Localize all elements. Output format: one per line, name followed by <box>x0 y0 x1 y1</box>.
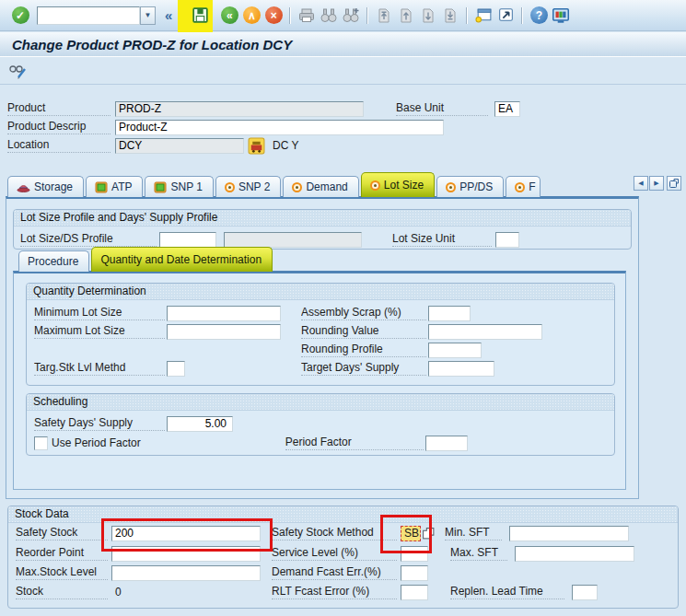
mini-monitor-icon <box>154 181 167 193</box>
back-button[interactable]: « <box>218 5 240 27</box>
create-shortcut-button[interactable] <box>494 5 517 27</box>
radio-dot-icon <box>292 182 302 192</box>
quantity-determination-group: Quantity Determination Minimum Lot Size … <box>26 283 615 386</box>
rounding-profile-row: Rounding Profile <box>34 342 482 358</box>
find-icon <box>320 6 338 25</box>
product-descrip-field[interactable] <box>115 120 444 135</box>
group-title: Lot Size Profile and Days' Supply Profil… <box>14 210 631 227</box>
lot-size-unit-field[interactable] <box>495 232 519 248</box>
targ-stk-lvl-methd-field[interactable] <box>167 361 185 377</box>
minimum-lot-size-label: Minimum Lot Size <box>34 306 165 320</box>
sap-window: ✓ ▼ « « ∧ × <box>0 0 686 616</box>
cancel-icon: × <box>265 6 283 24</box>
tab-demand[interactable]: Demand <box>283 176 358 197</box>
stock-label: Stock <box>16 585 108 599</box>
save-button[interactable] <box>189 5 211 27</box>
product-descrip-row: Product Descrip <box>7 119 444 135</box>
tab-procedure[interactable]: Procedure <box>18 250 89 272</box>
first-page-button[interactable] <box>373 5 395 27</box>
maximum-lot-size-label: Maximum Lot Size <box>34 324 165 339</box>
last-page-button[interactable] <box>439 5 461 27</box>
scheduling-group: Scheduling Safety Days' Supply Use Perio… <box>26 393 615 456</box>
use-period-factor-label: Use Period Factor <box>52 436 141 449</box>
minimum-lot-size-field[interactable] <box>167 306 281 321</box>
replen-lead-time-field[interactable] <box>572 585 598 600</box>
rounding-profile-field[interactable] <box>428 343 482 358</box>
create-shortcut-icon <box>496 6 516 25</box>
tab-scroll-left-button[interactable]: ◀ <box>634 176 648 191</box>
period-factor-field[interactable] <box>425 436 468 451</box>
min-sft-field[interactable] <box>509 526 629 541</box>
storage-icon <box>17 181 30 193</box>
tab-overview-button[interactable] <box>667 176 681 191</box>
rounding-value-field[interactable] <box>428 324 542 340</box>
maximum-lot-size-field[interactable] <box>167 324 281 340</box>
find-next-icon <box>342 6 360 25</box>
tab-lot-size[interactable]: Lot Size <box>361 172 435 197</box>
location-description: DC Y <box>273 139 298 152</box>
lot-size-ds-profile-field[interactable] <box>159 232 216 248</box>
max-stock-level-field[interactable] <box>111 565 261 581</box>
previous-page-button[interactable] <box>395 5 417 27</box>
safety-days-supply-field[interactable] <box>167 416 233 432</box>
print-button[interactable] <box>296 5 318 27</box>
min-sft-label: Min. SFT <box>445 526 502 540</box>
tab-snp1[interactable]: SNP 1 <box>145 176 213 197</box>
tab-ppds[interactable]: PP/DS <box>436 176 504 197</box>
tab-scroll-right-button[interactable]: ▶ <box>649 176 664 191</box>
annotation-red-box-safety-stock-method <box>380 515 432 553</box>
tab-storage[interactable]: Storage <box>7 176 84 197</box>
use-period-factor-checkbox[interactable] <box>34 436 48 450</box>
title-bar: Change Product PROD-Z for Location DCY <box>0 32 686 57</box>
lot-size-ds-profile-desc-field <box>224 232 362 248</box>
rounding-profile-label: Rounding Profile <box>301 343 426 357</box>
help-button[interactable]: ? <box>528 5 550 27</box>
safety-stock-label: Safety Stock <box>16 526 108 540</box>
back-icon: « <box>221 6 238 24</box>
product-field <box>115 101 364 117</box>
new-session-icon <box>474 6 494 25</box>
new-session-button[interactable] <box>472 5 494 27</box>
replen-lead-time-label: Replen. Lead Time <box>450 585 564 599</box>
demand-fcast-err-label: Demand Fcast Err.(%) <box>272 565 397 580</box>
enter-button[interactable]: ✓ <box>9 5 31 27</box>
find-button[interactable] <box>318 5 340 27</box>
tab-quantity-date-determination[interactable]: Quantity and Date Determination <box>91 247 273 272</box>
max-sft-field[interactable] <box>515 546 634 562</box>
first-page-icon <box>375 6 393 25</box>
lot-size-ds-profile-label: Lot Size/DS Profile <box>20 232 157 247</box>
location-icon[interactable] <box>248 137 265 155</box>
max-sft-label: Max. SFT <box>450 546 507 561</box>
exit-button[interactable]: ∧ <box>240 5 262 27</box>
rounding-value-label: Rounding Value <box>301 324 426 339</box>
radio-dot-icon <box>225 182 235 192</box>
tab-snp2[interactable]: SNP 2 <box>215 176 281 197</box>
reorder-point-label: Reorder Point <box>16 546 108 561</box>
divider <box>366 7 368 24</box>
maximum-lot-size-row: Maximum Lot Size Rounding Value <box>34 323 542 340</box>
minimum-lot-size-row: Minimum Lot Size Assembly Scrap (%) <box>34 305 471 321</box>
cancel-button[interactable]: × <box>262 5 285 27</box>
assembly-scrap-field[interactable] <box>428 306 471 321</box>
assembly-scrap-label: Assembly Scrap (%) <box>301 306 426 320</box>
collapse-icon[interactable]: « <box>165 7 172 23</box>
chevron-down-icon[interactable]: ▼ <box>140 6 156 25</box>
find-next-button[interactable] <box>340 5 362 27</box>
display-change-button[interactable] <box>7 60 29 82</box>
customize-layout-button[interactable] <box>550 5 572 27</box>
divider <box>289 7 291 24</box>
base-unit-field[interactable] <box>494 101 520 117</box>
help-icon: ? <box>530 6 548 24</box>
rlt-fcast-error-field[interactable] <box>401 585 428 600</box>
page-title: Change Product PROD-Z for Location DCY <box>12 37 292 52</box>
location-label: Location <box>7 138 110 153</box>
command-input[interactable] <box>37 6 140 25</box>
demand-fcast-err-field[interactable] <box>401 565 428 581</box>
customize-layout-icon <box>551 6 571 26</box>
target-stock-row: Targ.Stk Lvl Methd Target Days' Supply <box>34 360 494 377</box>
target-days-supply-field[interactable] <box>428 361 494 377</box>
tab-fcst[interactable]: F <box>506 176 540 197</box>
next-page-button[interactable] <box>417 5 439 27</box>
tab-atp[interactable]: ATP <box>86 176 143 197</box>
radio-dot-icon <box>446 182 456 192</box>
